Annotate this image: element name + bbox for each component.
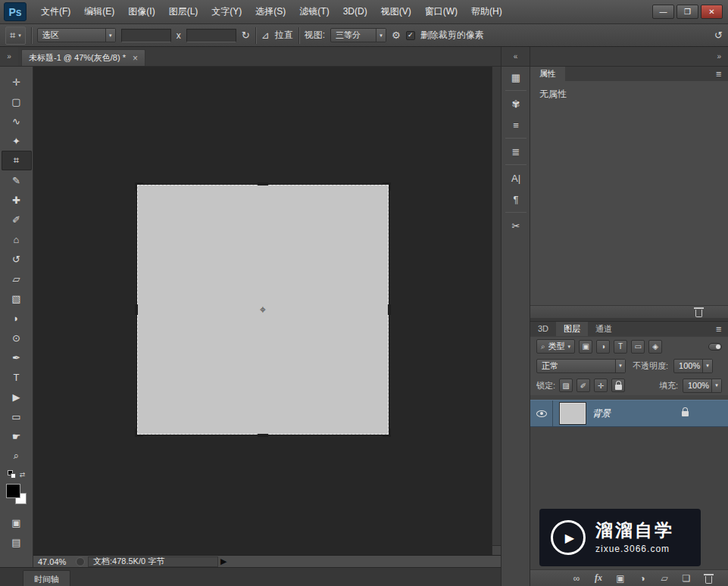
quick-selection-tool-button[interactable]: ✦ — [2, 131, 32, 151]
tool-preset-picker[interactable]: ⌗ ▾ — [5, 26, 26, 45]
lock-transparent-pixels-button[interactable]: ▨ — [559, 379, 573, 392]
crop-overlay-dropdown[interactable]: 三等分 ▾ — [330, 28, 386, 42]
quick-mask-button[interactable]: ▣ — [11, 514, 20, 531]
maximize-button[interactable]: ❐ — [676, 5, 698, 19]
type-tool-button[interactable]: T — [2, 367, 32, 387]
swatches-panel-button[interactable]: ▦ — [501, 67, 530, 88]
paragraph-panel-button[interactable]: ¶ — [501, 189, 530, 210]
layer-row-background[interactable]: 背景 — [530, 400, 728, 427]
new-group-button[interactable]: ▱ — [655, 572, 673, 585]
crop-height-input[interactable] — [186, 29, 236, 42]
move-tool-button[interactable]: ✛ — [2, 72, 32, 92]
shape-tool-button[interactable]: ▭ — [2, 407, 32, 426]
link-layers-button[interactable]: ∞ — [567, 572, 586, 585]
lasso-tool-button[interactable]: ∿ — [2, 111, 32, 131]
canvas-area[interactable]: ⌖ — [33, 67, 492, 555]
filter-smart-objects-button[interactable]: ◈ — [648, 340, 662, 354]
blend-mode-dropdown[interactable]: 正常 ▾ — [536, 359, 626, 373]
crop-tool-button[interactable]: ⌗ — [2, 151, 32, 170]
properties-panel-menu-icon[interactable]: ≣ — [710, 67, 728, 81]
menu-file[interactable]: 文件(F) — [34, 0, 77, 23]
layers-panel-menu-icon[interactable]: ≣ — [710, 322, 728, 336]
filter-shape-layers-button[interactable]: ▭ — [631, 340, 645, 354]
crop-bounding-box[interactable]: ⌖ — [137, 185, 389, 435]
menu-type[interactable]: 文字(Y) — [205, 0, 248, 23]
zoom-level-field[interactable]: 47.04% — [38, 557, 73, 566]
brush-panel-button[interactable]: ✾ — [501, 93, 530, 114]
opacity-dropdown[interactable]: 100% ▾ — [673, 359, 713, 373]
filter-toggle-switch[interactable] — [708, 343, 722, 351]
dodge-tool-button[interactable]: ⊙ — [2, 328, 32, 348]
lock-image-pixels-button[interactable]: ✐ — [576, 379, 590, 392]
blur-tool-button[interactable]: ◗ — [2, 308, 32, 328]
layer-styles-button[interactable]: fx — [589, 572, 608, 585]
lock-all-button[interactable] — [611, 379, 625, 392]
path-selection-tool-button[interactable]: ▶ — [2, 387, 32, 407]
menu-image[interactable]: 图像(I) — [121, 0, 161, 23]
clone-stamp-tool-button[interactable]: ⌂ — [2, 229, 32, 249]
new-layer-button[interactable]: ❏ — [677, 572, 695, 585]
menu-edit[interactable]: 编辑(E) — [77, 0, 121, 23]
zoom-tool-button[interactable]: ⌕ — [2, 446, 32, 466]
minimize-button[interactable]: — — [652, 5, 674, 19]
tab-layers[interactable]: 图层 — [556, 322, 588, 336]
collapse-panels-chevron[interactable]: » — [530, 47, 728, 67]
menu-view[interactable]: 视图(V) — [374, 0, 418, 23]
screen-mode-button[interactable]: ▤ — [11, 534, 20, 550]
filter-type-layers-button[interactable]: T — [614, 340, 627, 354]
fill-dropdown[interactable]: 100% ▾ — [683, 379, 722, 393]
crop-handle-top-left[interactable] — [135, 182, 143, 191]
adjustment-layer-button[interactable]: ◑ — [633, 572, 651, 585]
lock-position-button[interactable]: ✛ — [594, 379, 608, 392]
reset-tool-icon[interactable]: ↺ — [714, 30, 723, 41]
layer-comps-panel-button[interactable]: ≣ — [501, 141, 530, 162]
swap-colors-icon[interactable]: ⇄ — [20, 471, 26, 478]
expand-panels-chevron[interactable]: « — [501, 47, 530, 67]
toolbar-collapse-chevron[interactable]: » — [0, 47, 18, 67]
healing-brush-tool-button[interactable]: ✚ — [2, 190, 32, 210]
crop-preset-dropdown[interactable]: 选区 ▾ — [37, 28, 116, 42]
layer-thumbnail[interactable] — [560, 403, 586, 424]
crop-handle-bottom[interactable] — [258, 434, 268, 437]
eyedropper-tool-button[interactable]: ✎ — [2, 170, 32, 190]
color-panel-button[interactable]: ≡ — [501, 114, 530, 136]
default-colors-icon[interactable] — [8, 470, 16, 478]
visibility-cell[interactable] — [530, 401, 553, 426]
vertical-scrollbar[interactable] — [492, 67, 501, 555]
filter-adjustment-layers-button[interactable]: ◑ — [596, 340, 610, 354]
menu-window[interactable]: 窗口(W) — [418, 0, 464, 23]
add-layer-mask-button[interactable]: ▣ — [611, 572, 630, 585]
layer-name[interactable]: 背景 — [592, 407, 682, 420]
eraser-tool-button[interactable]: ▱ — [2, 269, 32, 288]
filter-pixel-layers-button[interactable]: ▣ — [579, 340, 592, 354]
menu-help[interactable]: 帮助(H) — [464, 0, 509, 23]
straighten-button[interactable]: 拉直 — [275, 29, 293, 42]
tab-3d[interactable]: 3D — [530, 322, 556, 336]
tab-channels[interactable]: 通道 — [588, 322, 620, 336]
marquee-tool-button[interactable]: ▢ — [2, 92, 32, 111]
delete-layer-button[interactable] — [699, 572, 717, 585]
menu-3d[interactable]: 3D(D) — [336, 0, 374, 23]
layer-filter-type-dropdown[interactable]: ⌕ 类型 ▾ — [536, 339, 575, 354]
delete-cropped-pixels-checkbox[interactable]: ✓ — [406, 31, 415, 40]
document-tab[interactable]: 未标题-1 @ 47%(灰色/8) * × — [21, 49, 145, 66]
gear-icon[interactable]: ⚙ — [392, 30, 401, 41]
gradient-tool-button[interactable]: ▧ — [2, 288, 32, 308]
hand-tool-button[interactable]: ☛ — [2, 426, 32, 446]
close-button[interactable]: ✕ — [701, 5, 723, 19]
status-popup-arrow[interactable]: ▶ — [220, 556, 227, 566]
crop-handle-left[interactable] — [135, 304, 138, 315]
history-brush-tool-button[interactable]: ↺ — [2, 249, 32, 269]
crop-width-input[interactable] — [121, 29, 171, 42]
tool-presets-panel-button[interactable]: ✂ — [501, 215, 530, 236]
menu-filter[interactable]: 滤镜(T) — [292, 0, 336, 23]
foreground-color-swatch[interactable] — [6, 484, 20, 498]
crop-handle-top[interactable] — [258, 182, 268, 185]
pen-tool-button[interactable]: ✒ — [2, 348, 32, 367]
character-panel-button[interactable]: A| — [501, 167, 530, 189]
brush-tool-button[interactable]: ✐ — [2, 210, 32, 229]
menu-select[interactable]: 选择(S) — [248, 0, 292, 23]
tab-properties[interactable]: 属性 — [530, 67, 565, 81]
crop-handle-bottom-left[interactable] — [135, 429, 143, 437]
swap-dimensions-icon[interactable]: ↻ — [242, 30, 250, 41]
